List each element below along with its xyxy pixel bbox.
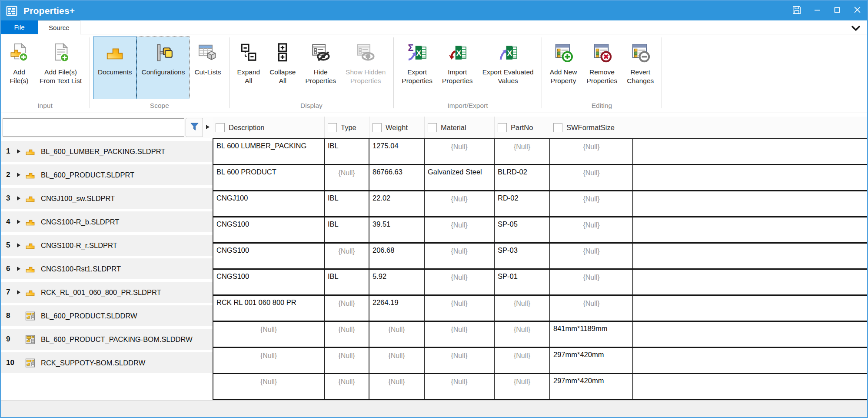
grid-cell-swformatsize[interactable]: {Null}: [550, 217, 633, 242]
grid-cell-weight[interactable]: 5.92: [369, 270, 425, 294]
grid-cell-type[interactable]: IBL: [325, 139, 369, 164]
file-row[interactable]: 1 BL_600_LUMBER_PACKING.SLDPRT: [1, 141, 213, 162]
file-row[interactable]: 6 CNGS100-Rst1.SLDPRT: [1, 258, 213, 279]
expand-arrow-icon[interactable]: [17, 243, 24, 248]
filter-input[interactable]: [3, 118, 184, 137]
grid-cell-swformatsize[interactable]: {Null}: [550, 191, 633, 216]
grid-cell-description[interactable]: CNGS100: [213, 244, 325, 268]
grid-cell-type[interactable]: {Null}: [325, 322, 369, 347]
expand-arrow-icon[interactable]: [17, 266, 24, 271]
grid-cell-type[interactable]: {Null}: [325, 296, 369, 321]
grid-cell-material[interactable]: {Null}: [425, 348, 495, 373]
grid-cell-type[interactable]: IBL: [325, 270, 369, 294]
grid-cell-description[interactable]: BL 600 PRODUCT: [213, 165, 325, 190]
file-row[interactable]: 4 CNGS100-R_b.SLDPRT: [1, 211, 213, 232]
remove-properties-button[interactable]: Remove Properties: [582, 37, 622, 99]
grid-cell-swformatsize[interactable]: 297mm*420mm: [550, 348, 633, 373]
grid-cell-partno[interactable]: {Null}: [495, 374, 550, 399]
grid-cell-material[interactable]: {Null}: [425, 244, 495, 268]
expand-arrow-icon[interactable]: [17, 172, 24, 177]
grid-cell-weight[interactable]: {Null}: [369, 348, 425, 373]
grid-cell-weight[interactable]: {Null}: [369, 374, 425, 399]
expand-arrow-icon[interactable]: [17, 196, 24, 201]
grid-cell-swformatsize[interactable]: {Null}: [550, 296, 633, 321]
grid-cell-weight[interactable]: 1275.04: [369, 139, 425, 164]
add-file-s-button[interactable]: Add File(s): [3, 37, 35, 99]
filter-button[interactable]: [186, 118, 203, 137]
export-properties-button[interactable]: ΣX Export Properties: [397, 37, 437, 99]
grid-cell-weight[interactable]: {Null}: [369, 322, 425, 347]
grid-cell-description[interactable]: BL 600 LUMBER_PACKING: [213, 139, 325, 164]
file-row[interactable]: 2 BL_600_PRODUCT.SLDPRT: [1, 164, 213, 185]
grid-cell-description[interactable]: CNGS100: [213, 270, 325, 294]
column-checkbox[interactable]: [553, 123, 562, 132]
expand-arrow-icon[interactable]: [17, 219, 24, 224]
grid-cell-swformatsize[interactable]: {Null}: [550, 139, 633, 164]
grid-cell-weight[interactable]: 206.68: [369, 244, 425, 268]
column-checkbox[interactable]: [372, 123, 382, 132]
file-row[interactable]: 10 RCK_SUPPOTY-BOM.SLDDRW: [1, 352, 213, 373]
grid-cell-description[interactable]: RCK RL 001 060 800 PR: [213, 296, 325, 321]
grid-cell-type[interactable]: IBL: [325, 217, 369, 242]
grid-cell-partno[interactable]: {Null}: [495, 139, 550, 164]
grid-cell-swformatsize[interactable]: {Null}: [550, 165, 633, 190]
export-evaluated-values-button[interactable]: X Export Evaluated Values: [478, 37, 539, 99]
tab-file[interactable]: File: [1, 20, 38, 34]
import-properties-button[interactable]: X Import Properties: [437, 37, 478, 99]
grid-cell-type[interactable]: {Null}: [325, 244, 369, 268]
revert-changes-button[interactable]: Revert Changes: [622, 37, 658, 99]
expand-arrow-icon[interactable]: [17, 149, 24, 154]
grid-cell-partno[interactable]: {Null}: [495, 348, 550, 373]
grid-cell-type[interactable]: {Null}: [325, 165, 369, 190]
chevron-down-icon[interactable]: [851, 25, 860, 33]
grid-cell-weight[interactable]: 39.51: [369, 217, 425, 242]
grid-cell-partno[interactable]: {Null}: [495, 296, 550, 321]
cut-lists-button[interactable]: Cut-Lists: [190, 37, 226, 99]
add-new-property-button[interactable]: Add New Property: [545, 37, 582, 99]
collapse-all-button[interactable]: Collapse All: [265, 37, 300, 99]
grid-cell-description[interactable]: {Null}: [213, 348, 325, 373]
column-checkbox[interactable]: [498, 123, 507, 132]
expand-all-button[interactable]: Expand All: [233, 37, 265, 99]
grid-cell-material[interactable]: {Null}: [425, 217, 495, 242]
close-button[interactable]: [847, 1, 867, 20]
grid-cell-partno[interactable]: RD-02: [495, 191, 550, 216]
grid-cell-description[interactable]: CNGS100: [213, 217, 325, 242]
grid-cell-type[interactable]: {Null}: [325, 374, 369, 399]
grid-cell-description[interactable]: {Null}: [213, 322, 325, 347]
file-row[interactable]: 7 RCK_RL_001_060_800_PR.SLDPRT: [1, 282, 213, 303]
grid-cell-description[interactable]: CNGJ100: [213, 191, 325, 216]
file-row[interactable]: 5 CNGS100-R_r.SLDPRT: [1, 235, 213, 256]
grid-cell-weight[interactable]: 86766.63: [369, 165, 425, 190]
grid-cell-type[interactable]: IBL: [325, 191, 369, 216]
grid-cell-partno[interactable]: SP-05: [495, 217, 550, 242]
grid-cell-description[interactable]: {Null}: [213, 374, 325, 399]
column-checkbox[interactable]: [216, 123, 225, 132]
grid-cell-partno[interactable]: SP-01: [495, 270, 550, 294]
minimize-button[interactable]: [807, 1, 827, 20]
grid-cell-partno[interactable]: SP-03: [495, 244, 550, 268]
add-file-s-from-text-list-button[interactable]: Add File(s) From Text List: [35, 37, 86, 99]
tab-source[interactable]: Source: [38, 20, 80, 34]
panel-collapse-button[interactable]: [204, 124, 212, 131]
file-row[interactable]: 9 BL_600_PRODUCT_PACKING-BOM.SLDDRW: [1, 329, 213, 350]
file-row[interactable]: 3 CNGJ100_sw.SLDPRT: [1, 188, 213, 209]
grid-cell-weight[interactable]: 22.02: [369, 191, 425, 216]
grid-cell-swformatsize[interactable]: 297mm*420mm: [550, 374, 633, 399]
grid-cell-material[interactable]: {Null}: [425, 139, 495, 164]
grid-cell-material[interactable]: Galvanized Steel: [425, 165, 495, 190]
hide-properties-button[interactable]: Hide Properties: [300, 37, 341, 99]
grid-cell-weight[interactable]: 2264.19: [369, 296, 425, 321]
file-row[interactable]: 8 BL_600_PRODUCT.SLDDRW: [1, 305, 213, 326]
grid-cell-type[interactable]: {Null}: [325, 348, 369, 373]
maximize-button[interactable]: [827, 1, 847, 20]
grid-cell-swformatsize[interactable]: {Null}: [550, 244, 633, 268]
grid-cell-material[interactable]: {Null}: [425, 296, 495, 321]
configurations-button[interactable]: Configurations: [136, 37, 190, 99]
expand-arrow-icon[interactable]: [17, 290, 24, 295]
column-checkbox[interactable]: [428, 123, 437, 132]
grid-cell-swformatsize[interactable]: {Null}: [550, 270, 633, 294]
grid-cell-swformatsize[interactable]: 841mm*1189mm: [550, 322, 633, 347]
grid-cell-material[interactable]: {Null}: [425, 191, 495, 216]
save-button[interactable]: [787, 1, 807, 20]
